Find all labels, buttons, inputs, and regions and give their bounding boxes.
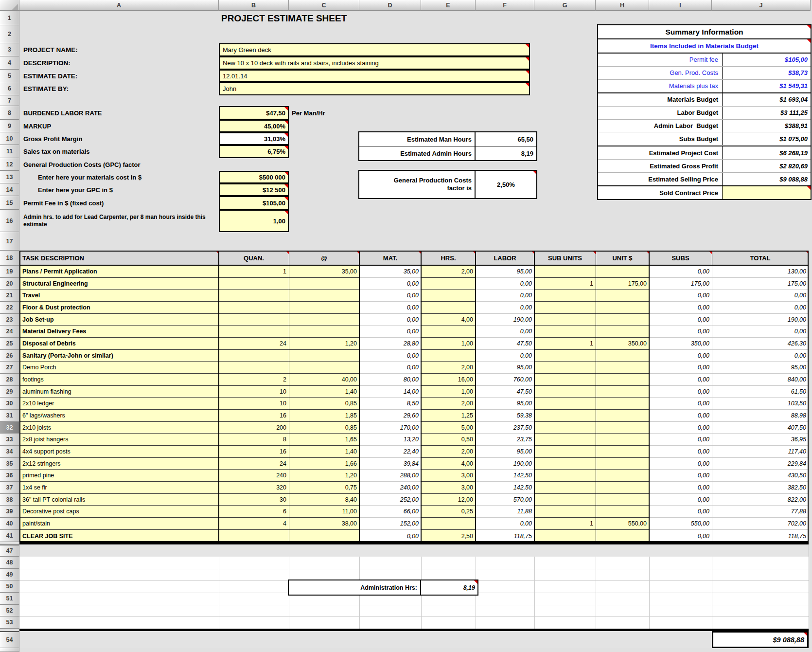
row-header-51[interactable]: 51	[0, 593, 19, 605]
cell-A38[interactable]: 36" tall PT colonial rails	[19, 494, 219, 506]
cell-B21[interactable]	[219, 290, 289, 302]
gpc-factor-value[interactable]: 2,50%	[476, 171, 536, 198]
field-input-burdened-labor-rate[interactable]: $47,50	[219, 106, 289, 120]
summary-label-estimated-project-cost[interactable]: Estimated Project Cost	[598, 146, 723, 159]
row-header-13[interactable]: 13	[0, 171, 19, 183]
cell-E34[interactable]: 2,00	[421, 446, 476, 458]
task-header--[interactable]: @	[289, 251, 359, 266]
cell-E35[interactable]: 4,00	[421, 458, 476, 470]
cell-B24[interactable]	[219, 326, 289, 338]
cell-I33[interactable]: 0,00	[649, 434, 712, 446]
cell-H27[interactable]	[596, 362, 649, 374]
cell-H25[interactable]: 350,00	[596, 338, 649, 350]
cell-F37[interactable]: 142,50	[476, 482, 534, 494]
cell-D38[interactable]: 252,00	[359, 494, 421, 506]
cell-I24[interactable]: 0,00	[649, 326, 712, 338]
summary-value-sold-contract-price[interactable]	[723, 186, 811, 199]
cell-B34[interactable]: 16	[219, 446, 289, 458]
summary-label-materials-plus-tax[interactable]: Materials plus tax	[598, 80, 723, 92]
field-input-estimate-by[interactable]: John	[219, 82, 530, 95]
cell-A36[interactable]: primed pine	[19, 470, 219, 482]
cell-H40[interactable]: 550,00	[596, 518, 649, 530]
cell-A39[interactable]: Decorative post caps	[19, 506, 219, 518]
row-header-2[interactable]: 2	[0, 25, 19, 43]
summary-value-subs-budget[interactable]: $1 075,00	[723, 132, 811, 145]
cell-J29[interactable]: 61,50	[712, 386, 809, 398]
cell-G41[interactable]	[534, 530, 596, 542]
cell-E29[interactable]: 1,00	[421, 386, 476, 398]
cell-J25[interactable]: 426,30	[712, 338, 809, 350]
cell-B36[interactable]: 240	[219, 470, 289, 482]
summary-value-estimated-selling-price[interactable]: $9 088,88	[723, 173, 811, 185]
cell-I22[interactable]: 0,00	[649, 302, 712, 314]
row-header-37[interactable]: 37	[0, 482, 19, 494]
summary-subtitle-cell[interactable]: Items Included in Materials Budget	[598, 39, 811, 54]
cell-E40[interactable]	[421, 518, 476, 530]
cell-J53[interactable]: 2 820,69	[712, 616, 809, 629]
sheet-title[interactable]: PROJECT ESTIMATE SHEET	[221, 12, 474, 25]
cell-A29[interactable]: aluminum flashing	[19, 386, 219, 398]
summary-value-labor-budget[interactable]: $3 111,25	[723, 107, 811, 119]
cell-B40[interactable]: 4	[219, 518, 289, 530]
cell-E38[interactable]: 12,00	[421, 494, 476, 506]
summary-value-materials-plus-tax[interactable]: $1 549,31	[723, 80, 811, 92]
cell-A31[interactable]: 6" lags/washers	[19, 410, 219, 422]
cell-C30[interactable]: 0,85	[289, 398, 359, 410]
field-label-burdened-labor-rate[interactable]: BURDENED LABOR RATE	[23, 106, 215, 120]
cell-D41[interactable]: 0,00	[359, 530, 421, 542]
cell-I39[interactable]: 0,00	[649, 506, 712, 518]
cell-E37[interactable]: 3,00	[421, 482, 476, 494]
cell-J37[interactable]: 382,50	[712, 482, 809, 494]
row-header-17[interactable]: 17	[0, 232, 19, 251]
cell-F40[interactable]: 0,00	[476, 518, 534, 530]
row-header-blank[interactable]	[0, 648, 19, 652]
summary-value-permit-fee[interactable]: $105,00	[723, 54, 811, 66]
col-header-I[interactable]: I	[649, 0, 712, 11]
cell-D25[interactable]: 28,80	[359, 338, 421, 350]
cell-D19[interactable]: 35,00	[359, 266, 421, 278]
cell-J27[interactable]: 95,00	[712, 362, 809, 374]
cell-A30[interactable]: 2x10 ledger	[19, 398, 219, 410]
cell-E30[interactable]: 2,00	[421, 398, 476, 410]
cell-D33[interactable]: 13,20	[359, 434, 421, 446]
cell-H33[interactable]	[596, 434, 649, 446]
footer-label-administrative-time[interactable]: Administrative Time	[23, 580, 276, 593]
row-header-25[interactable]: 25	[0, 338, 19, 350]
field-input-permit-fee-fixed[interactable]: $105,00	[219, 196, 289, 210]
cell-D23[interactable]: 0,00	[359, 314, 421, 326]
col-header-C[interactable]: C	[289, 0, 359, 11]
cell-C33[interactable]: 1,65	[289, 434, 359, 446]
cell-G32[interactable]	[534, 422, 596, 434]
field-input-gross-profit-margin[interactable]: 31,03%	[219, 132, 289, 145]
row-header-27[interactable]: 27	[0, 362, 19, 374]
cell-C22[interactable]	[289, 302, 359, 314]
estimated-admin-hours-value[interactable]: 8,19	[476, 146, 536, 160]
cell-E36[interactable]: 3,00	[421, 470, 476, 482]
cell-A27[interactable]: Demo Porch	[19, 362, 219, 374]
cell-I40[interactable]: 550,00	[649, 518, 712, 530]
field-label-project-name[interactable]: PROJECT NAME:	[23, 43, 213, 56]
col-header-F[interactable]: F	[476, 0, 534, 11]
cell-C26[interactable]	[289, 350, 359, 362]
cell-D21[interactable]: 0,00	[359, 290, 421, 302]
cell-F27[interactable]: 95,00	[476, 362, 534, 374]
cell-H20[interactable]: 175,00	[596, 278, 649, 290]
cell-G19[interactable]	[534, 266, 596, 278]
cell-C38[interactable]: 8,40	[289, 494, 359, 506]
cell-H35[interactable]	[596, 458, 649, 470]
cell-D36[interactable]: 288,00	[359, 470, 421, 482]
cell-I41[interactable]: 0,00	[649, 530, 712, 542]
cell-J51[interactable]: 97,97	[712, 593, 809, 605]
cell-B37[interactable]: 320	[219, 482, 289, 494]
cell-J35[interactable]: 229,84	[712, 458, 809, 470]
cell-G30[interactable]	[534, 398, 596, 410]
footer-label-gpc-allowance[interactable]: General Production Costs Allowance	[23, 557, 276, 569]
cell-A25[interactable]: Disposal of Debris	[19, 338, 219, 350]
cell-H23[interactable]	[596, 314, 649, 326]
cell-D31[interactable]: 29,60	[359, 410, 421, 422]
cell-A22[interactable]: Floor & Dust protection	[19, 302, 219, 314]
cell-J34[interactable]: 117,40	[712, 446, 809, 458]
cell-E21[interactable]	[421, 290, 476, 302]
cell-D20[interactable]: 0,00	[359, 278, 421, 290]
cell-I32[interactable]: 0,00	[649, 422, 712, 434]
